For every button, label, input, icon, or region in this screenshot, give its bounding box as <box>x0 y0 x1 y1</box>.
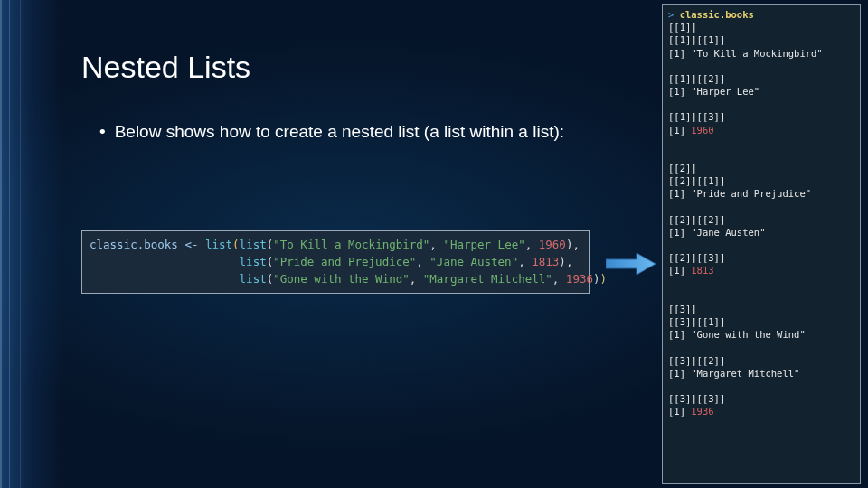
bullet-icon: • <box>99 121 106 144</box>
slide-title: Nested Lists <box>81 50 633 85</box>
main-content: Nested Lists • Below shows how to create… <box>81 50 633 144</box>
arrow-icon <box>606 251 656 280</box>
bullet-line: • Below shows how to create a nested lis… <box>81 121 633 144</box>
code-input-panel: classic.books <- list(list("To Kill a Mo… <box>81 230 590 294</box>
slide-left-decoration <box>0 0 63 488</box>
code-var: classic.books <box>90 238 178 251</box>
svg-marker-0 <box>606 253 656 275</box>
list-fn: list <box>205 238 232 251</box>
console-output-panel: > classic.books [[1]] [[1]][[1]] [1] "To… <box>662 4 861 484</box>
body-text: Below shows how to create a nested list … <box>115 121 564 144</box>
assign-op: <- <box>184 238 198 251</box>
